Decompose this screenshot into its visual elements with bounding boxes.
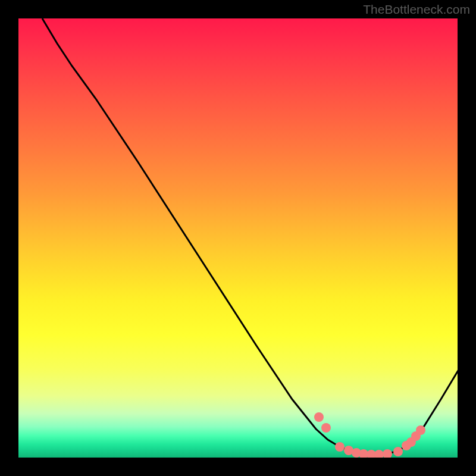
chart-marker [321,423,331,433]
chart-svg [18,18,458,458]
chart-marker [335,442,345,452]
chart-marker [393,447,403,456]
chart-plot-area [18,18,458,458]
chart-marker [383,449,392,458]
chart-marker [416,425,425,435]
chart-marker [374,450,384,458]
chart-marker [314,412,324,422]
chart-markers [314,412,425,458]
watermark-text: TheBottleneck.com [363,2,470,17]
chart-curve [42,18,458,455]
